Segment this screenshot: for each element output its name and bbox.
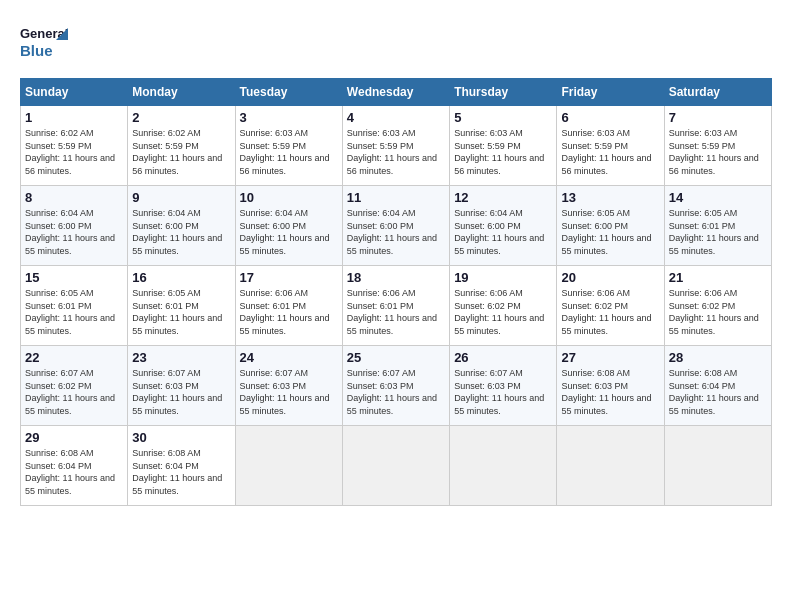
day-info: Sunrise: 6:06 AMSunset: 6:01 PMDaylight:… xyxy=(347,288,437,336)
day-number: 10 xyxy=(240,190,338,205)
day-number: 18 xyxy=(347,270,445,285)
calendar-cell: 29 Sunrise: 6:08 AMSunset: 6:04 PMDaylig… xyxy=(21,426,128,506)
calendar-cell: 26 Sunrise: 6:07 AMSunset: 6:03 PMDaylig… xyxy=(450,346,557,426)
calendar-cell: 7 Sunrise: 6:03 AMSunset: 5:59 PMDayligh… xyxy=(664,106,771,186)
calendar-cell: 25 Sunrise: 6:07 AMSunset: 6:03 PMDaylig… xyxy=(342,346,449,426)
calendar-cell xyxy=(557,426,664,506)
page-header: General Blue xyxy=(20,20,772,62)
day-info: Sunrise: 6:07 AMSunset: 6:03 PMDaylight:… xyxy=(132,368,222,416)
calendar-cell: 3 Sunrise: 6:03 AMSunset: 5:59 PMDayligh… xyxy=(235,106,342,186)
day-number: 7 xyxy=(669,110,767,125)
calendar-cell: 10 Sunrise: 6:04 AMSunset: 6:00 PMDaylig… xyxy=(235,186,342,266)
calendar-cell: 1 Sunrise: 6:02 AMSunset: 5:59 PMDayligh… xyxy=(21,106,128,186)
col-header-saturday: Saturday xyxy=(664,79,771,106)
calendar-cell xyxy=(342,426,449,506)
svg-text:Blue: Blue xyxy=(20,42,53,59)
calendar-cell: 22 Sunrise: 6:07 AMSunset: 6:02 PMDaylig… xyxy=(21,346,128,426)
calendar-cell: 19 Sunrise: 6:06 AMSunset: 6:02 PMDaylig… xyxy=(450,266,557,346)
calendar-cell: 9 Sunrise: 6:04 AMSunset: 6:00 PMDayligh… xyxy=(128,186,235,266)
week-row-1: 1 Sunrise: 6:02 AMSunset: 5:59 PMDayligh… xyxy=(21,106,772,186)
day-info: Sunrise: 6:06 AMSunset: 6:02 PMDaylight:… xyxy=(561,288,651,336)
day-info: Sunrise: 6:04 AMSunset: 6:00 PMDaylight:… xyxy=(132,208,222,256)
day-number: 5 xyxy=(454,110,552,125)
calendar-cell: 14 Sunrise: 6:05 AMSunset: 6:01 PMDaylig… xyxy=(664,186,771,266)
calendar-cell xyxy=(235,426,342,506)
day-info: Sunrise: 6:03 AMSunset: 5:59 PMDaylight:… xyxy=(240,128,330,176)
day-info: Sunrise: 6:03 AMSunset: 5:59 PMDaylight:… xyxy=(561,128,651,176)
day-info: Sunrise: 6:08 AMSunset: 6:04 PMDaylight:… xyxy=(25,448,115,496)
day-info: Sunrise: 6:02 AMSunset: 5:59 PMDaylight:… xyxy=(132,128,222,176)
col-header-monday: Monday xyxy=(128,79,235,106)
calendar-cell: 21 Sunrise: 6:06 AMSunset: 6:02 PMDaylig… xyxy=(664,266,771,346)
day-number: 27 xyxy=(561,350,659,365)
day-info: Sunrise: 6:07 AMSunset: 6:03 PMDaylight:… xyxy=(347,368,437,416)
calendar-cell: 12 Sunrise: 6:04 AMSunset: 6:00 PMDaylig… xyxy=(450,186,557,266)
calendar-cell: 27 Sunrise: 6:08 AMSunset: 6:03 PMDaylig… xyxy=(557,346,664,426)
calendar-table: SundayMondayTuesdayWednesdayThursdayFrid… xyxy=(20,78,772,506)
day-info: Sunrise: 6:07 AMSunset: 6:03 PMDaylight:… xyxy=(454,368,544,416)
col-header-thursday: Thursday xyxy=(450,79,557,106)
day-number: 30 xyxy=(132,430,230,445)
calendar-cell: 18 Sunrise: 6:06 AMSunset: 6:01 PMDaylig… xyxy=(342,266,449,346)
day-info: Sunrise: 6:04 AMSunset: 6:00 PMDaylight:… xyxy=(25,208,115,256)
calendar-cell: 23 Sunrise: 6:07 AMSunset: 6:03 PMDaylig… xyxy=(128,346,235,426)
week-row-5: 29 Sunrise: 6:08 AMSunset: 6:04 PMDaylig… xyxy=(21,426,772,506)
day-info: Sunrise: 6:08 AMSunset: 6:04 PMDaylight:… xyxy=(669,368,759,416)
day-number: 26 xyxy=(454,350,552,365)
day-number: 28 xyxy=(669,350,767,365)
day-number: 3 xyxy=(240,110,338,125)
day-number: 4 xyxy=(347,110,445,125)
col-header-tuesday: Tuesday xyxy=(235,79,342,106)
week-row-2: 8 Sunrise: 6:04 AMSunset: 6:00 PMDayligh… xyxy=(21,186,772,266)
col-header-wednesday: Wednesday xyxy=(342,79,449,106)
day-number: 29 xyxy=(25,430,123,445)
calendar-cell: 6 Sunrise: 6:03 AMSunset: 5:59 PMDayligh… xyxy=(557,106,664,186)
calendar-cell: 24 Sunrise: 6:07 AMSunset: 6:03 PMDaylig… xyxy=(235,346,342,426)
calendar-cell: 20 Sunrise: 6:06 AMSunset: 6:02 PMDaylig… xyxy=(557,266,664,346)
week-row-4: 22 Sunrise: 6:07 AMSunset: 6:02 PMDaylig… xyxy=(21,346,772,426)
day-info: Sunrise: 6:04 AMSunset: 6:00 PMDaylight:… xyxy=(454,208,544,256)
day-info: Sunrise: 6:06 AMSunset: 6:01 PMDaylight:… xyxy=(240,288,330,336)
calendar-cell: 17 Sunrise: 6:06 AMSunset: 6:01 PMDaylig… xyxy=(235,266,342,346)
calendar-cell xyxy=(450,426,557,506)
day-number: 19 xyxy=(454,270,552,285)
day-number: 6 xyxy=(561,110,659,125)
day-info: Sunrise: 6:03 AMSunset: 5:59 PMDaylight:… xyxy=(454,128,544,176)
calendar-cell: 28 Sunrise: 6:08 AMSunset: 6:04 PMDaylig… xyxy=(664,346,771,426)
day-info: Sunrise: 6:04 AMSunset: 6:00 PMDaylight:… xyxy=(240,208,330,256)
day-info: Sunrise: 6:05 AMSunset: 6:01 PMDaylight:… xyxy=(669,208,759,256)
day-info: Sunrise: 6:07 AMSunset: 6:03 PMDaylight:… xyxy=(240,368,330,416)
calendar-cell: 16 Sunrise: 6:05 AMSunset: 6:01 PMDaylig… xyxy=(128,266,235,346)
header-row: SundayMondayTuesdayWednesdayThursdayFrid… xyxy=(21,79,772,106)
day-number: 21 xyxy=(669,270,767,285)
day-info: Sunrise: 6:05 AMSunset: 6:01 PMDaylight:… xyxy=(132,288,222,336)
calendar-cell: 2 Sunrise: 6:02 AMSunset: 5:59 PMDayligh… xyxy=(128,106,235,186)
day-number: 9 xyxy=(132,190,230,205)
day-info: Sunrise: 6:06 AMSunset: 6:02 PMDaylight:… xyxy=(454,288,544,336)
calendar-cell: 30 Sunrise: 6:08 AMSunset: 6:04 PMDaylig… xyxy=(128,426,235,506)
calendar-cell: 11 Sunrise: 6:04 AMSunset: 6:00 PMDaylig… xyxy=(342,186,449,266)
calendar-cell: 5 Sunrise: 6:03 AMSunset: 5:59 PMDayligh… xyxy=(450,106,557,186)
logo-svg: General Blue xyxy=(20,20,70,62)
day-number: 1 xyxy=(25,110,123,125)
day-info: Sunrise: 6:04 AMSunset: 6:00 PMDaylight:… xyxy=(347,208,437,256)
day-number: 22 xyxy=(25,350,123,365)
day-number: 14 xyxy=(669,190,767,205)
day-info: Sunrise: 6:05 AMSunset: 6:01 PMDaylight:… xyxy=(25,288,115,336)
day-number: 25 xyxy=(347,350,445,365)
day-number: 16 xyxy=(132,270,230,285)
day-info: Sunrise: 6:02 AMSunset: 5:59 PMDaylight:… xyxy=(25,128,115,176)
day-info: Sunrise: 6:08 AMSunset: 6:04 PMDaylight:… xyxy=(132,448,222,496)
calendar-cell: 15 Sunrise: 6:05 AMSunset: 6:01 PMDaylig… xyxy=(21,266,128,346)
day-number: 11 xyxy=(347,190,445,205)
day-number: 12 xyxy=(454,190,552,205)
day-number: 24 xyxy=(240,350,338,365)
day-number: 17 xyxy=(240,270,338,285)
calendar-cell: 13 Sunrise: 6:05 AMSunset: 6:00 PMDaylig… xyxy=(557,186,664,266)
day-info: Sunrise: 6:03 AMSunset: 5:59 PMDaylight:… xyxy=(669,128,759,176)
day-number: 8 xyxy=(25,190,123,205)
week-row-3: 15 Sunrise: 6:05 AMSunset: 6:01 PMDaylig… xyxy=(21,266,772,346)
day-number: 23 xyxy=(132,350,230,365)
logo: General Blue xyxy=(20,20,70,62)
day-number: 20 xyxy=(561,270,659,285)
